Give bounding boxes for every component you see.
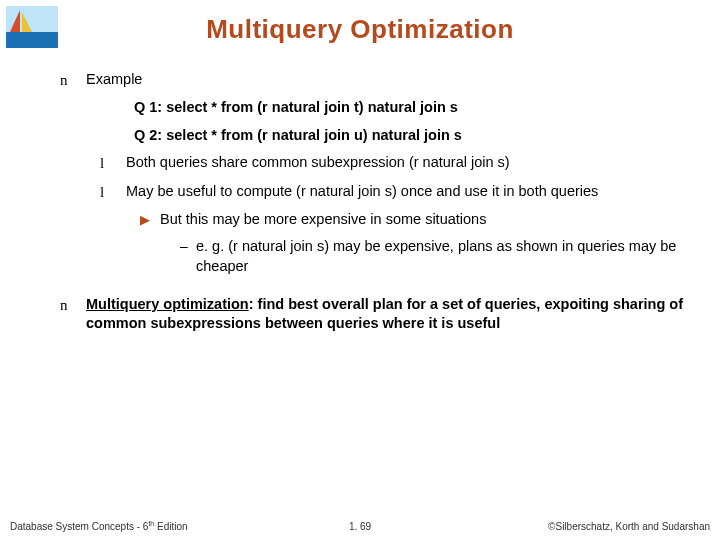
subpoint-text: May be useful to compute (r natural join… xyxy=(126,182,598,202)
bullet-n-icon: n xyxy=(60,295,86,334)
list-item: l May be useful to compute (r natural jo… xyxy=(60,182,690,202)
footer-edition-suffix: Edition xyxy=(154,521,187,532)
bullet-l-icon: l xyxy=(100,153,126,173)
mqo-definition: Multiquery optimization: find best overa… xyxy=(86,295,690,334)
list-item: l Both queries share common subexpressio… xyxy=(60,153,690,173)
footer-copyright: ©Silberschatz, Korth and Sudarshan xyxy=(548,521,710,532)
footer-left: Database System Concepts - 6th Edition xyxy=(10,520,188,532)
subpoint-text: Both queries share common subexpression … xyxy=(126,153,510,173)
bullet-l-icon: l xyxy=(100,182,126,202)
subsubpoint-text: But this may be more expensive in some s… xyxy=(160,210,486,230)
arrow-bullet-icon: ▶ xyxy=(140,210,160,230)
list-item: – e. g. (r natural join s) may be expens… xyxy=(60,237,690,276)
dash-bullet-icon: – xyxy=(180,237,196,276)
svg-rect-1 xyxy=(6,32,58,48)
mqo-term: Multiquery optimization xyxy=(86,296,249,312)
list-item: n Multiquery optimization: find best ove… xyxy=(60,295,690,334)
slide-body: n Example Q 1: select * from (r natural … xyxy=(60,70,690,342)
footer-page-number: 1. 69 xyxy=(349,521,371,532)
list-item: n Example xyxy=(60,70,690,90)
slide-title: Multiquery Optimization xyxy=(0,0,720,45)
slide-thumbnail-image xyxy=(6,6,58,48)
footer-edition-prefix: Database System Concepts - 6 xyxy=(10,521,148,532)
bullet-n-icon: n xyxy=(60,70,86,90)
query-1-text: Q 1: select * from (r natural join t) na… xyxy=(60,98,690,118)
example-label: Example xyxy=(86,70,142,90)
query-2-text: Q 2: select * from (r natural join u) na… xyxy=(60,126,690,146)
subsubsubpoint-text: e. g. (r natural join s) may be expensiv… xyxy=(196,237,690,276)
list-item: ▶ But this may be more expensive in some… xyxy=(60,210,690,230)
